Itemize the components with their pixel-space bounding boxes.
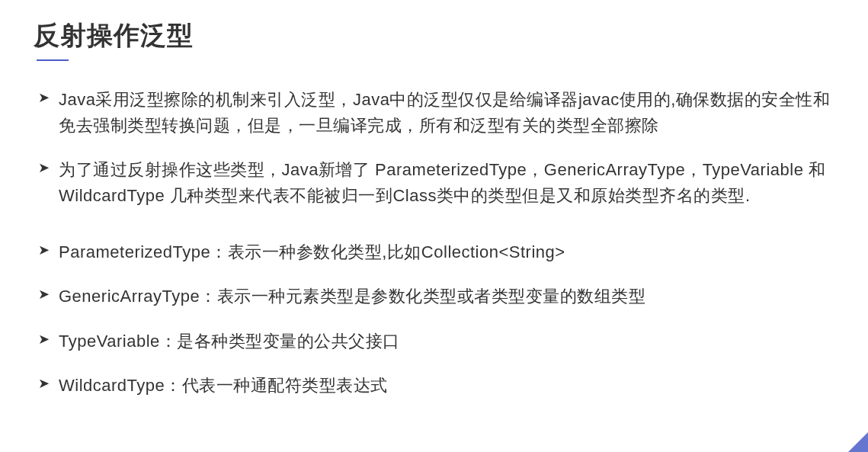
title-underline — [37, 59, 69, 61]
bullet-list: ➤ Java采用泛型擦除的机制来引入泛型，Java中的泛型仅仅是给编译器java… — [34, 87, 834, 399]
chevron-right-icon: ➤ — [38, 89, 50, 106]
bullet-text: ParameterizedType：表示一种参数化类型,比如Collection… — [59, 239, 565, 265]
list-item: ➤ 为了通过反射操作这些类型，Java新增了 ParameterizedType… — [38, 157, 834, 209]
bullet-text: TypeVariable：是各种类型变量的公共父接口 — [59, 329, 400, 354]
bullet-text: GenericArrayType：表示一种元素类型是参数化类型或者类型变量的数组… — [59, 284, 645, 309]
chevron-right-icon: ➤ — [38, 286, 50, 303]
list-item: ➤ Java采用泛型擦除的机制来引入泛型，Java中的泛型仅仅是给编译器java… — [38, 87, 834, 139]
list-item: ➤ TypeVariable：是各种类型变量的公共父接口 — [38, 329, 834, 354]
corner-accent-icon — [848, 432, 868, 452]
chevron-right-icon: ➤ — [38, 159, 50, 176]
bullet-text: WildcardType：代表一种通配符类型表达式 — [59, 373, 388, 399]
list-item: ➤ GenericArrayType：表示一种元素类型是参数化类型或者类型变量的… — [38, 284, 834, 309]
bullet-text: 为了通过反射操作这些类型，Java新增了 ParameterizedType，G… — [59, 157, 834, 209]
chevron-right-icon: ➤ — [38, 331, 50, 348]
slide-title: 反射操作泛型 — [34, 18, 834, 53]
list-item: ➤ ParameterizedType：表示一种参数化类型,比如Collecti… — [38, 239, 834, 265]
list-item: ➤ WildcardType：代表一种通配符类型表达式 — [38, 373, 834, 399]
chevron-right-icon: ➤ — [38, 375, 50, 392]
chevron-right-icon: ➤ — [38, 242, 50, 258]
bullet-text: Java采用泛型擦除的机制来引入泛型，Java中的泛型仅仅是给编译器javac使… — [59, 87, 834, 139]
